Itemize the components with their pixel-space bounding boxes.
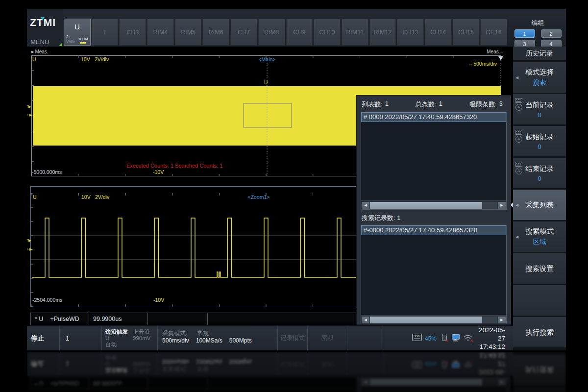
search-record-row[interactable]: #-0000 2022/05/27 17:40:59.428657320 — [361, 225, 506, 235]
menu-button[interactable]: MENU — [27, 37, 63, 47]
group-panel: 编组 1234 — [510, 19, 566, 46]
scroll-left-button[interactable]: ◀ — [362, 202, 369, 209]
channel-tab-rtm11[interactable]: RtM11 — [342, 19, 368, 46]
sidebar-item-mode-select[interactable]: ◀模式选择搜索 — [513, 62, 566, 93]
trigger-level-marker-zoom[interactable]: T▶ — [27, 239, 31, 243]
sidebar-item-value: 0 — [538, 175, 541, 182]
channel-tab-rtm8[interactable]: RtM8 — [258, 19, 285, 46]
channel-tab-ch13[interactable]: CH13 — [397, 19, 424, 46]
channel-tab-ch15[interactable]: CH15 — [453, 19, 480, 46]
ground-level-marker-main[interactable]: ⊢▶ — [27, 113, 31, 117]
acq-mode-value: 常规 — [197, 330, 209, 337]
network-display-icon — [451, 333, 461, 344]
scrollbar-thumb[interactable] — [370, 317, 482, 323]
storage-percent: 45% — [425, 335, 437, 342]
channel-tab-rtm5[interactable]: RtM5 — [175, 19, 202, 46]
channel-tab-label: CH13 — [397, 19, 423, 45]
sidebar-item-acquisition-list[interactable]: ◀采集列表 — [513, 190, 566, 220]
ssd-storage-icon: SSD — [412, 333, 422, 343]
scrollbar-track[interactable] — [370, 317, 497, 323]
group-title: 编组 — [510, 19, 566, 27]
measurement-name-cell[interactable]: * U +PulseWD — [31, 313, 89, 325]
channel-tab-ch3[interactable]: CH3 — [119, 19, 146, 46]
scrollbar-thumb[interactable] — [370, 202, 482, 209]
channel-tab-label: CH14 — [425, 19, 451, 45]
sidebar-item-label: 结束记录 — [525, 164, 554, 173]
oscilloscope-ui: ZTMI MENU U 2 V/div 100M — [0, 0, 588, 392]
acq-list-scrollbar[interactable]: ◀ ▶ — [361, 200, 506, 209]
channel-bandwidth: 100M — [78, 37, 88, 41]
usb-disconnected-icon: ✕ — [441, 333, 448, 344]
channel-scale: 2 — [66, 35, 75, 39]
channel-tab-rtm4[interactable]: RtM4 — [147, 19, 174, 46]
main-timebase-label: ↔500ms/div — [468, 61, 497, 67]
list-count-label: 列表数: — [362, 100, 383, 109]
scroll-right-button[interactable]: ▶ — [498, 202, 506, 209]
input-method-icons: A — [515, 162, 522, 174]
channel-tab-rtm12[interactable]: RtM12 — [369, 19, 396, 46]
trigger-level-marker-main[interactable]: T▶ — [27, 105, 31, 109]
triangle-right-icon: ▶ — [31, 50, 34, 54]
time-value: 17:43:12 — [474, 343, 505, 350]
trigger-edge: 上升沿 — [133, 329, 150, 335]
trigger-number: 1 — [59, 326, 101, 350]
wifi-disconnected-icon: ✕ — [463, 333, 474, 344]
meas-expand-right[interactable]: Meas. ↓ — [487, 49, 503, 54]
search-counts-text: Executed Counts: 1 Searched Counts: 1 — [126, 163, 222, 169]
sidebar-item-search-mode[interactable]: ◀搜索模式区域 — [513, 221, 566, 252]
channel-tab-i[interactable]: I — [92, 19, 119, 46]
channel-tab-label: CH15 — [453, 19, 479, 45]
meas-strip: ▶ Meas. Meas. ↓ — [30, 49, 511, 55]
screen-reflection: ZTMI MENU U 2 V/div 100M — [27, 352, 566, 392]
zoom-range-label: 10V — [81, 194, 91, 200]
channel-tab-u[interactable]: U 2 V/div 100M — [64, 19, 91, 46]
acq-mode-label: 采集模式: — [162, 330, 187, 337]
channel-tab-label: CH3 — [120, 19, 146, 45]
channel-tab-ch14[interactable]: CH14 — [425, 19, 452, 46]
scrollbar-track[interactable] — [370, 202, 497, 209]
svg-text:SSD: SSD — [414, 335, 419, 338]
accumulate-cell: 累积 — [307, 326, 347, 350]
acquisition-list-popup: 列表数:1 总条数:1 极限条数:3 # 0000 2022/05/27 17:… — [357, 96, 511, 324]
trigger-info-cell[interactable]: 边沿触发 U 自动 上升沿 990mV — [101, 326, 157, 350]
menu-label: MENU — [30, 38, 49, 46]
channel-tab-label: RtM12 — [370, 19, 396, 45]
sidebar-item-label: 搜索模式 — [525, 227, 554, 236]
measurement-value-cell: 99.9900us — [89, 313, 148, 325]
sidebar-item-label: 当前记录 — [525, 100, 554, 110]
channel-tab-rtm6[interactable]: RtM6 — [202, 19, 229, 46]
group-button-2[interactable]: 2 — [541, 29, 562, 38]
channel-tab-ch10[interactable]: CH10 — [314, 19, 341, 46]
group-buttons: 1234 — [510, 29, 566, 48]
left-arrow-icon: ◀ — [515, 235, 518, 239]
left-arrow-icon: ◀ — [515, 75, 518, 80]
channel-tab-ch7[interactable]: CH7 — [230, 19, 257, 46]
input-method-icons: A — [515, 98, 522, 111]
sidebar-item-search-settings[interactable]: 搜索设置 — [513, 253, 566, 284]
total-count-value: 1 — [439, 100, 442, 109]
sidebar-item-start-record[interactable]: A起始记录0 — [513, 126, 566, 156]
date-value: 2022-05-27 — [474, 326, 505, 343]
ground-level-marker-zoom[interactable]: ⊢▶ — [27, 247, 31, 251]
sidebar-item-end-record[interactable]: A结束记录0 — [513, 158, 566, 188]
acquisition-info-cell[interactable]: 采集模式: 常规 500ms/div 100MSa/s 500Mpts — [157, 326, 277, 350]
group-button-1[interactable]: 1 — [514, 29, 535, 38]
channel-tab-ch9[interactable]: CH9 — [286, 19, 313, 46]
sidebar-item-execute-search[interactable]: 执行搜索 — [513, 317, 566, 347]
scroll-left-button[interactable]: ◀ — [362, 317, 369, 323]
meas-expand-left[interactable]: ▶ Meas. — [31, 49, 49, 54]
brand-logo: ZTMI — [30, 17, 56, 28]
acquisition-record-row[interactable]: # 0000 2022/05/27 17:40:59.428657320 — [361, 112, 506, 122]
measurement-value: 99.9900us — [93, 316, 122, 322]
meas-left-label: Meas. — [35, 49, 48, 54]
acq-sample-rate: 100MSa/s — [196, 337, 222, 344]
scroll-right-button[interactable]: ▶ — [498, 317, 506, 323]
search-record-list[interactable]: #-0000 2022/05/27 17:40:59.428657320 ◀ ▶ — [361, 225, 507, 324]
channel-tab-ch16[interactable]: CH16 — [480, 19, 507, 46]
acquisition-record-list[interactable]: # 0000 2022/05/27 17:40:59.428657320 ◀ ▶ — [361, 112, 507, 210]
sidebar-item-current-record[interactable]: A当前记录0 — [513, 94, 566, 124]
search-list-scrollbar[interactable]: ◀ ▶ — [361, 315, 506, 324]
channel-tab-label: CH16 — [481, 19, 507, 45]
softkey-sidebar: 历史记录 ◀模式选择搜索A当前记录0A起始记录0A结束记录0◀采集列表◀搜索模式… — [513, 47, 566, 350]
zoom-volt-min-label: -10V — [153, 297, 164, 303]
